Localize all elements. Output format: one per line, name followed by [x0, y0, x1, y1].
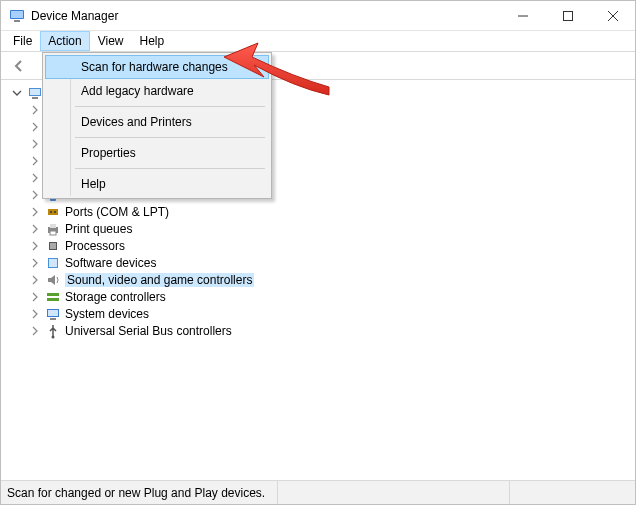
tree-item-label: Ports (COM & LPT): [65, 205, 169, 219]
menu-item-label: Scan for hardware changes: [81, 60, 228, 74]
tree-item-processors[interactable]: Processors: [25, 237, 635, 254]
tree-item-sound-video-and-game-controllers[interactable]: Sound, video and game controllers: [25, 271, 635, 288]
menu-help[interactable]: Help: [132, 31, 173, 51]
menu-item-properties[interactable]: Properties: [73, 141, 269, 165]
tree-item-universal-serial-bus-controllers[interactable]: Universal Serial Bus controllers: [25, 322, 635, 339]
usb-icon: [45, 323, 61, 339]
menu-item-add-legacy-hardware[interactable]: Add legacy hardware: [73, 79, 269, 103]
statusbar: Scan for changed or new Plug and Play de…: [1, 480, 635, 504]
expand-icon[interactable]: [29, 189, 41, 201]
menu-separator: [75, 137, 265, 138]
svg-rect-9: [32, 97, 38, 99]
svg-rect-35: [47, 298, 59, 301]
svg-point-39: [52, 335, 55, 338]
port-icon: [45, 204, 61, 220]
expand-icon[interactable]: [29, 172, 41, 184]
cpu-icon: [45, 238, 61, 254]
tree-item-label: System devices: [65, 307, 149, 321]
tree-item-system-devices[interactable]: System devices: [25, 305, 635, 322]
expand-icon[interactable]: [29, 223, 41, 235]
svg-point-25: [50, 211, 52, 213]
tree-item-print-queues[interactable]: Print queues: [25, 220, 635, 237]
expand-icon[interactable]: [29, 308, 41, 320]
menu-item-label: Add legacy hardware: [81, 84, 194, 98]
svg-rect-1: [11, 11, 23, 18]
menu-separator: [75, 106, 265, 107]
titlebar: Device Manager: [1, 1, 635, 31]
expand-icon[interactable]: [29, 104, 41, 116]
menu-item-label: Devices and Printers: [81, 115, 192, 129]
tree-item-ports-com-lpt-[interactable]: Ports (COM & LPT): [25, 203, 635, 220]
expand-icon[interactable]: [29, 206, 41, 218]
expand-icon[interactable]: [29, 138, 41, 150]
menu-item-label: Help: [81, 177, 106, 191]
menu-item-scan-for-hardware-changes[interactable]: Scan for hardware changes: [45, 55, 269, 79]
svg-rect-4: [563, 11, 572, 20]
menu-action[interactable]: Action: [40, 31, 89, 51]
menu-item-devices-and-printers[interactable]: Devices and Printers: [73, 110, 269, 134]
back-button[interactable]: [7, 54, 31, 78]
minimize-button[interactable]: [500, 1, 545, 31]
maximize-button[interactable]: [545, 1, 590, 31]
expand-icon[interactable]: [29, 325, 41, 337]
svg-rect-2: [14, 20, 20, 22]
storage-icon: [45, 289, 61, 305]
svg-rect-8: [30, 89, 40, 95]
tree-item-label: Sound, video and game controllers: [65, 273, 254, 287]
menu-action-label: Action: [48, 34, 81, 48]
menu-view-label: View: [98, 34, 124, 48]
expand-icon[interactable]: [29, 155, 41, 167]
menu-item-help[interactable]: Help: [73, 172, 269, 196]
svg-rect-24: [48, 209, 58, 215]
action-menu-dropdown: Scan for hardware changesAdd legacy hard…: [42, 52, 272, 199]
svg-rect-38: [50, 318, 56, 320]
software-icon: [45, 255, 61, 271]
printer-icon: [45, 221, 61, 237]
menu-view[interactable]: View: [90, 31, 132, 51]
expand-icon[interactable]: [29, 291, 41, 303]
close-button[interactable]: [590, 1, 635, 31]
tree-item-software-devices[interactable]: Software devices: [25, 254, 635, 271]
svg-point-26: [54, 211, 56, 213]
tree-item-label: Print queues: [65, 222, 132, 236]
expand-icon[interactable]: [29, 240, 41, 252]
svg-rect-29: [50, 231, 56, 235]
menu-item-label: Properties: [81, 146, 136, 160]
svg-rect-34: [47, 293, 59, 296]
device-manager-icon: [9, 8, 25, 24]
tree-item-label: Software devices: [65, 256, 156, 270]
expand-icon[interactable]: [29, 121, 41, 133]
svg-rect-28: [50, 224, 56, 228]
tree-item-label: Storage controllers: [65, 290, 166, 304]
menu-file[interactable]: File: [5, 31, 40, 51]
collapse-icon[interactable]: [11, 87, 23, 99]
sound-icon: [45, 272, 61, 288]
menu-file-label: File: [13, 34, 32, 48]
system-icon: [45, 306, 61, 322]
expand-icon[interactable]: [29, 274, 41, 286]
svg-rect-31: [50, 243, 56, 249]
tree-item-label: Universal Serial Bus controllers: [65, 324, 232, 338]
menu-help-label: Help: [140, 34, 165, 48]
menu-separator: [75, 168, 265, 169]
computer-icon: [27, 85, 43, 101]
expand-icon[interactable]: [29, 257, 41, 269]
window-title: Device Manager: [31, 9, 118, 23]
status-text: Scan for changed or new Plug and Play de…: [7, 486, 265, 500]
svg-rect-33: [49, 259, 57, 267]
tree-item-storage-controllers[interactable]: Storage controllers: [25, 288, 635, 305]
menubar: File Action View Help: [1, 31, 635, 52]
tree-item-label: Processors: [65, 239, 125, 253]
svg-rect-37: [48, 310, 58, 316]
